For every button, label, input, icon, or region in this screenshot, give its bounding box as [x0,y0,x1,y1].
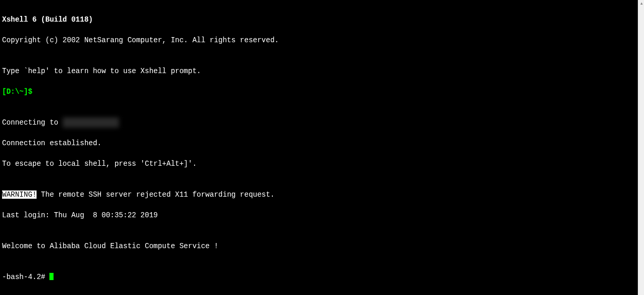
cursor-icon [49,273,54,280]
terminal-window: Xshell 6 (Build 0118) Copyright (c) 2002… [0,0,644,295]
help-hint-text: Type `help' to learn how to use Xshell p… [2,66,636,76]
scroll-up-icon[interactable]: ▴ [638,0,644,6]
terminal-output[interactable]: Xshell 6 (Build 0118) Copyright (c) 2002… [0,0,638,295]
copyright-text: Copyright (c) 2002 NetSarang Computer, I… [2,35,636,45]
escape-hint-text: To escape to local shell, press 'Ctrl+Al… [2,159,636,169]
warning-label: WARNING! [2,190,37,199]
redacted-ip: ███.██.████.. [63,117,119,128]
connecting-text: Connecting to [2,118,63,127]
vertical-scrollbar[interactable]: ▴ [638,0,644,295]
welcome-text: Welcome to Alibaba Cloud Elastic Compute… [2,241,636,251]
connection-established-text: Connection established. [2,138,636,148]
app-title: Xshell 6 (Build 0118) [2,14,636,25]
last-login-text: Last login: Thu Aug 8 00:35:22 2019 [2,210,636,220]
remote-prompt[interactable]: -bash-4.2# [2,273,49,281]
warning-message: The remote SSH server rejected X11 forwa… [37,190,274,199]
local-prompt[interactable]: [D:\~]$ [2,88,32,96]
